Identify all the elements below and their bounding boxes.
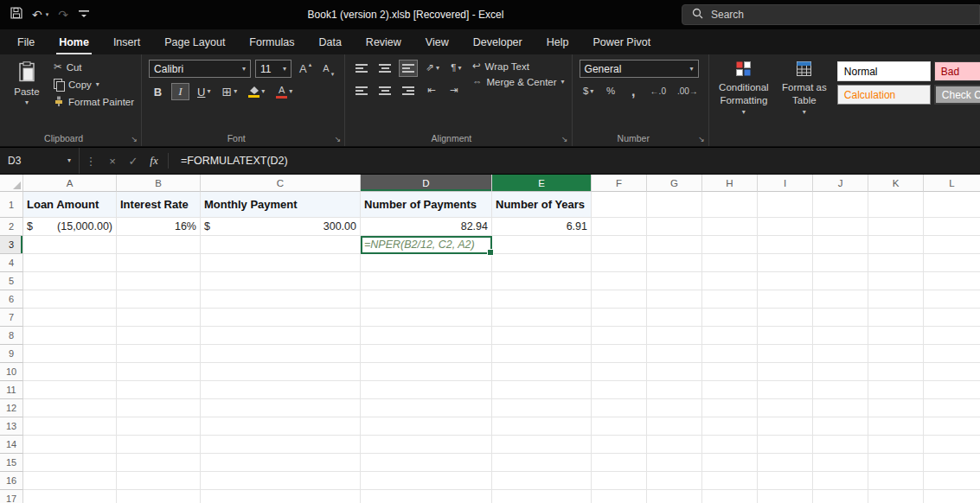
cell-B1[interactable]: Interest Rate [117, 192, 201, 218]
accounting-format-button[interactable]: $ ▾ [580, 83, 598, 100]
column-header-E[interactable]: E [492, 175, 592, 192]
tab-developer[interactable]: Developer [461, 29, 535, 54]
cell-G3[interactable] [647, 236, 702, 254]
cell-H10[interactable] [702, 363, 758, 381]
cell-G2[interactable] [647, 218, 702, 236]
cell-H11[interactable] [702, 381, 758, 399]
cell-H3[interactable] [702, 236, 758, 254]
column-header-J[interactable]: J [813, 175, 868, 192]
font-name-select[interactable]: Calibri ▾ [149, 60, 251, 78]
column-header-L[interactable]: L [924, 175, 980, 192]
borders-dropdown-icon[interactable]: ▾ [234, 88, 237, 95]
cell-I6[interactable] [758, 290, 813, 309]
cell-E16[interactable] [492, 472, 592, 490]
cell-K5[interactable] [868, 272, 924, 290]
cell-I7[interactable] [758, 309, 813, 327]
cell-I4[interactable] [758, 254, 813, 272]
tab-home[interactable]: Home [47, 29, 101, 54]
cell-G8[interactable] [647, 327, 702, 345]
orientation-button[interactable]: ⇗ ▾ [422, 60, 443, 77]
cell-F13[interactable] [592, 417, 647, 436]
row-header-8[interactable]: 8 [0, 327, 23, 345]
cell-F16[interactable] [592, 472, 647, 490]
clipboard-dialog-launcher-icon[interactable]: ↘ [131, 135, 138, 143]
cell-E5[interactable] [492, 272, 592, 290]
cell-J11[interactable] [813, 381, 868, 399]
cell-D1[interactable]: Number of Payments [361, 192, 492, 218]
cell-J12[interactable] [813, 399, 868, 417]
cell-J8[interactable] [813, 327, 868, 345]
cell-A11[interactable] [23, 381, 117, 399]
column-header-I[interactable]: I [758, 175, 813, 192]
align-right-button[interactable] [399, 82, 418, 99]
column-header-G[interactable]: G [647, 175, 702, 192]
decrease-indent-button[interactable]: ⇤ [422, 82, 440, 99]
cell-K15[interactable] [868, 454, 924, 472]
cell-E4[interactable] [492, 254, 592, 272]
cell-G9[interactable] [647, 345, 702, 363]
cell-K2[interactable] [868, 218, 924, 236]
cell-B2[interactable]: 16% [117, 218, 201, 236]
cell-D4[interactable] [361, 254, 492, 272]
cell-J3[interactable] [813, 236, 868, 254]
fill-color-button[interactable]: ▾ [245, 83, 268, 100]
cell-H13[interactable] [702, 417, 758, 436]
cell-I9[interactable] [758, 345, 813, 363]
cell-G12[interactable] [647, 399, 702, 417]
cell-H16[interactable] [702, 472, 758, 490]
cell-J13[interactable] [813, 417, 868, 436]
cell-I8[interactable] [758, 327, 813, 345]
paste-dropdown-icon[interactable]: ▾ [25, 99, 29, 106]
row-header-14[interactable]: 14 [0, 436, 23, 454]
cell-C17[interactable] [201, 490, 361, 503]
select-all-corner[interactable] [0, 175, 23, 192]
tab-insert[interactable]: Insert [101, 29, 152, 54]
cell-I16[interactable] [758, 472, 813, 490]
cell-C12[interactable] [201, 399, 361, 417]
cell-E9[interactable] [492, 345, 592, 363]
column-header-D[interactable]: D [361, 175, 492, 192]
tab-view[interactable]: View [413, 29, 461, 54]
cell-C1[interactable]: Monthly Payment [201, 192, 361, 218]
cell-J14[interactable] [813, 436, 868, 454]
cell-C9[interactable] [201, 345, 361, 363]
font-dialog-launcher-icon[interactable]: ↘ [335, 135, 342, 143]
cell-H7[interactable] [702, 309, 758, 327]
cell-L9[interactable] [924, 345, 980, 363]
cell-J1[interactable] [813, 192, 868, 218]
cell-F17[interactable] [592, 490, 647, 503]
cell-L5[interactable] [924, 272, 980, 290]
cell-D13[interactable] [361, 417, 492, 436]
tab-file[interactable]: File [5, 29, 47, 54]
wrap-text-button[interactable]: ↩ Wrap Text [472, 61, 565, 72]
format-painter-button[interactable]: Format Painter [54, 96, 134, 108]
cell-E11[interactable] [492, 381, 592, 399]
cell-K1[interactable] [868, 192, 924, 218]
number-dialog-launcher-icon[interactable]: ↘ [698, 135, 705, 143]
cell-G1[interactable] [647, 192, 702, 218]
tab-page-layout[interactable]: Page Layout [152, 29, 237, 54]
cell-D17[interactable] [361, 490, 492, 503]
cell-D11[interactable] [361, 381, 492, 399]
cell-A6[interactable] [23, 290, 117, 309]
italic-button[interactable]: I [171, 83, 189, 100]
cell-E13[interactable] [492, 417, 592, 436]
format-as-table-button[interactable]: Format as Table ▾ [777, 60, 832, 131]
font-size-select[interactable]: 11 ▾ [255, 60, 291, 78]
underline-dropdown-icon[interactable]: ▾ [207, 88, 210, 95]
cell-L7[interactable] [924, 309, 980, 327]
cell-E2[interactable]: 6.91 [492, 218, 592, 236]
cell-G10[interactable] [647, 363, 702, 381]
cell-I1[interactable] [758, 192, 813, 218]
cell-E3[interactable] [492, 236, 592, 254]
cell-D2[interactable]: 82.94 [361, 218, 492, 236]
undo-icon[interactable]: ↶ [32, 9, 42, 21]
cell-I11[interactable] [758, 381, 813, 399]
cell-C13[interactable] [201, 417, 361, 436]
cell-F6[interactable] [592, 290, 647, 309]
row-header-9[interactable]: 9 [0, 345, 23, 363]
row-header-7[interactable]: 7 [0, 309, 23, 327]
row-header-4[interactable]: 4 [0, 254, 23, 272]
cell-K13[interactable] [868, 417, 924, 436]
cell-D6[interactable] [361, 290, 492, 309]
